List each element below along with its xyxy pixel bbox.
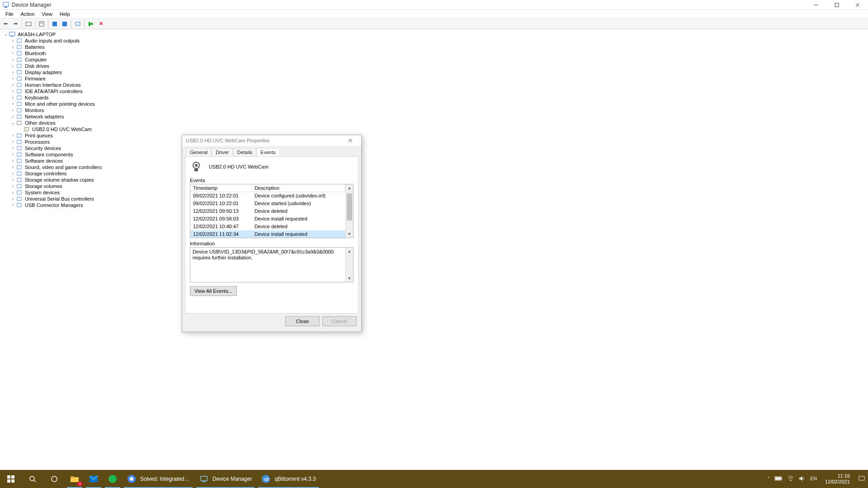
expand-icon[interactable]: › xyxy=(10,44,16,50)
table-row[interactable]: 12/02/2021 10:40:47 Device deleted xyxy=(190,223,345,230)
tree-item[interactable]: › USB Connector Managers xyxy=(1,202,867,208)
menu-help[interactable]: Help xyxy=(56,10,74,18)
table-row[interactable]: 12/02/2021 11:02:34 Device install reque… xyxy=(190,230,345,238)
expand-icon[interactable]: › xyxy=(10,170,16,177)
expand-icon[interactable]: › xyxy=(10,63,16,69)
tree-item[interactable]: › Print queues xyxy=(1,132,867,139)
properties-icon[interactable] xyxy=(37,19,46,28)
expand-icon[interactable]: › xyxy=(10,139,16,145)
expand-icon[interactable]: › xyxy=(10,164,16,170)
task-device-manager[interactable]: Device Manager xyxy=(194,470,256,488)
collapse-icon[interactable]: ⌄ xyxy=(3,31,9,38)
tab-events[interactable]: Events xyxy=(256,148,280,156)
clock[interactable]: 11:16 12/02/2021 xyxy=(821,473,854,485)
dialog-titlebar[interactable]: USB2.0 HD UVC WebCam Properties ✕ xyxy=(182,135,361,146)
cortana-icon[interactable] xyxy=(43,470,65,488)
search-icon[interactable] xyxy=(22,470,43,488)
device-tree[interactable]: ⌄ AKASH-LAPTOP › Audio inputs and output… xyxy=(0,29,868,210)
tree-item[interactable]: › Mice and other pointing devices xyxy=(1,101,867,107)
information-box[interactable]: Device USB\VID_13D3&PID_56A2&MI_00\7&c91… xyxy=(190,247,354,282)
close-button[interactable] xyxy=(847,0,868,10)
expand-icon[interactable]: › xyxy=(10,132,16,139)
tree-item[interactable]: › IDE ATA/ATAPI controllers xyxy=(1,88,867,94)
col-timestamp[interactable]: Timestamp xyxy=(190,184,252,192)
battery-icon[interactable] xyxy=(774,476,783,482)
tray-chevron-icon[interactable]: ˄ xyxy=(767,476,770,482)
expand-icon[interactable]: › xyxy=(10,107,16,113)
expand-icon[interactable]: › xyxy=(10,56,16,63)
close-button[interactable]: Close xyxy=(285,316,320,326)
tree-item[interactable]: › Batteries xyxy=(1,44,867,50)
scroll-down-icon[interactable]: ▼ xyxy=(346,275,353,282)
refresh-icon[interactable] xyxy=(60,19,69,28)
scrollbar[interactable]: ▲ ▼ xyxy=(345,248,353,282)
forward-icon[interactable]: ➡ xyxy=(11,19,20,28)
expand-icon[interactable]: › xyxy=(10,101,16,107)
tab-driver[interactable]: Driver xyxy=(212,148,233,156)
view-all-events-button[interactable]: View All Events... xyxy=(190,286,237,296)
minimize-button[interactable] xyxy=(806,0,826,10)
task-mail[interactable] xyxy=(84,470,103,488)
add-legacy-icon[interactable]: ▮▶ xyxy=(86,19,95,28)
dialog-close-icon[interactable]: ✕ xyxy=(343,137,358,144)
col-description[interactable]: Description xyxy=(252,184,345,192)
tree-item-webcam[interactable]: ! USB2.0 HD UVC WebCam xyxy=(1,126,867,132)
tree-item[interactable]: › Human Interface Devices xyxy=(1,82,867,88)
scroll-up-icon[interactable]: ▲ xyxy=(346,248,353,255)
scroll-up-icon[interactable]: ▲ xyxy=(346,184,353,192)
tree-item[interactable]: › Processors xyxy=(1,139,867,145)
uninstall-icon[interactable]: ✕ xyxy=(96,19,105,28)
expand-icon[interactable]: › xyxy=(10,82,16,88)
tree-item[interactable]: › Network adapters xyxy=(1,113,867,120)
help-icon[interactable] xyxy=(50,19,59,28)
expand-icon[interactable]: › xyxy=(10,88,16,94)
tree-item[interactable]: › Computer xyxy=(1,56,867,63)
expand-icon[interactable]: › xyxy=(10,69,16,75)
expand-icon[interactable]: › xyxy=(10,94,16,101)
expand-icon[interactable]: › xyxy=(10,145,16,151)
tree-item[interactable]: › Display adapters xyxy=(1,69,867,75)
menu-action[interactable]: Action xyxy=(17,10,38,18)
notifications-icon[interactable] xyxy=(858,475,865,483)
tree-item[interactable]: › Universal Serial Bus controllers xyxy=(1,196,867,202)
menu-view[interactable]: View xyxy=(38,10,56,18)
table-row[interactable]: 09/02/2021 10:22:01 Device started (usbv… xyxy=(190,200,345,207)
tree-item[interactable]: › Audio inputs and outputs xyxy=(1,38,867,44)
table-row[interactable]: 12/02/2021 09:50:13 Device deleted xyxy=(190,207,345,215)
expand-icon[interactable]: › xyxy=(10,177,16,183)
expand-icon[interactable]: › xyxy=(10,189,16,196)
expand-icon[interactable]: › xyxy=(10,158,16,164)
expand-icon[interactable]: › xyxy=(10,50,16,56)
tab-general[interactable]: General xyxy=(186,148,212,156)
expand-icon[interactable]: › xyxy=(10,202,16,208)
volume-icon[interactable] xyxy=(799,475,805,483)
scroll-down-icon[interactable]: ▼ xyxy=(346,230,353,238)
task-explorer[interactable]: 3 xyxy=(65,470,84,488)
scrollbar[interactable]: ▲ ▼ xyxy=(345,184,353,238)
expand-icon[interactable]: › xyxy=(10,183,16,189)
tree-item[interactable]: › Software devices xyxy=(1,158,867,164)
maximize-button[interactable] xyxy=(826,0,847,10)
back-icon[interactable]: ⬅ xyxy=(1,19,10,28)
tree-item-other-devices[interactable]: ⌄ Other devices xyxy=(1,120,867,126)
show-hidden-icon[interactable] xyxy=(24,19,33,28)
collapse-icon[interactable]: ⌄ xyxy=(10,120,16,126)
start-button[interactable] xyxy=(0,470,22,488)
tree-item[interactable]: › Storage volumes xyxy=(1,183,867,189)
table-row[interactable]: 12/02/2021 09:58:03 Device install reque… xyxy=(190,215,345,223)
tree-item[interactable]: › Sound, video and game controllers xyxy=(1,164,867,170)
cancel-button[interactable]: Cancel xyxy=(322,316,357,326)
tree-item[interactable]: › Keyboards xyxy=(1,94,867,101)
tree-root[interactable]: ⌄ AKASH-LAPTOP xyxy=(1,31,867,38)
expand-icon[interactable]: › xyxy=(10,38,16,44)
expand-icon[interactable]: › xyxy=(10,151,16,158)
task-chrome[interactable]: Solved: Integrated ... xyxy=(122,470,194,488)
ime-icon[interactable]: ENG xyxy=(810,475,817,483)
tree-item[interactable]: › Disk drives xyxy=(1,63,867,69)
task-qbittorrent[interactable]: qbqBittorrent v4.3.3 xyxy=(256,470,320,488)
expand-icon[interactable]: › xyxy=(10,113,16,120)
table-row[interactable]: 09/02/2021 10:22:01 Device configured (u… xyxy=(190,192,345,200)
events-table[interactable]: Timestamp Description 09/02/2021 10:22:0… xyxy=(190,184,354,238)
tab-details[interactable]: Details xyxy=(233,148,256,156)
table-header[interactable]: Timestamp Description xyxy=(190,184,345,192)
